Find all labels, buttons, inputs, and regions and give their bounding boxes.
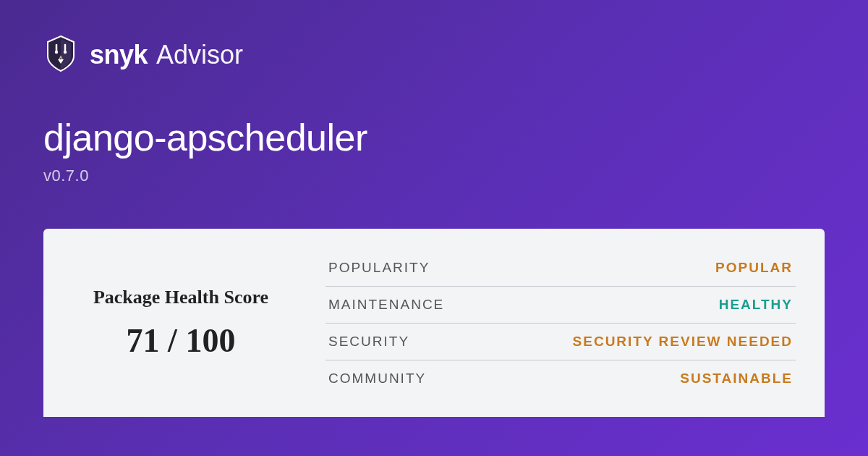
score-title: Package Health Score xyxy=(93,287,268,308)
metrics-list: POPULARITY POPULAR MAINTENANCE HEALTHY S… xyxy=(318,229,825,417)
health-card: Package Health Score 71 / 100 POPULARITY… xyxy=(43,229,825,417)
metric-value: POPULAR xyxy=(715,260,793,276)
brand-name: snyk xyxy=(90,40,148,70)
metric-row-security: SECURITY SECURITY REVIEW NEEDED xyxy=(326,324,796,360)
brand-header: snyk Advisor xyxy=(43,35,825,75)
snyk-logo-icon xyxy=(43,35,78,75)
metric-value: SUSTAINABLE xyxy=(680,371,793,387)
metric-value: SECURITY REVIEW NEEDED xyxy=(573,334,793,350)
metric-row-community: COMMUNITY SUSTAINABLE xyxy=(326,360,796,397)
score-value: 71 / 100 xyxy=(127,321,236,360)
svg-point-0 xyxy=(55,51,58,54)
package-name: django-apscheduler xyxy=(43,116,825,159)
metric-label: SECURITY xyxy=(328,334,409,350)
svg-point-1 xyxy=(64,51,67,54)
metric-label: COMMUNITY xyxy=(328,371,426,387)
metric-label: MAINTENANCE xyxy=(328,297,444,313)
metric-value: HEALTHY xyxy=(719,297,793,313)
metric-row-maintenance: MAINTENANCE HEALTHY xyxy=(326,287,796,324)
metric-row-popularity: POPULARITY POPULAR xyxy=(326,250,796,287)
metric-label: POPULARITY xyxy=(328,260,430,276)
brand-subtitle: Advisor xyxy=(156,40,243,70)
score-panel: Package Health Score 71 / 100 xyxy=(43,229,318,417)
package-version: v0.7.0 xyxy=(43,166,825,185)
